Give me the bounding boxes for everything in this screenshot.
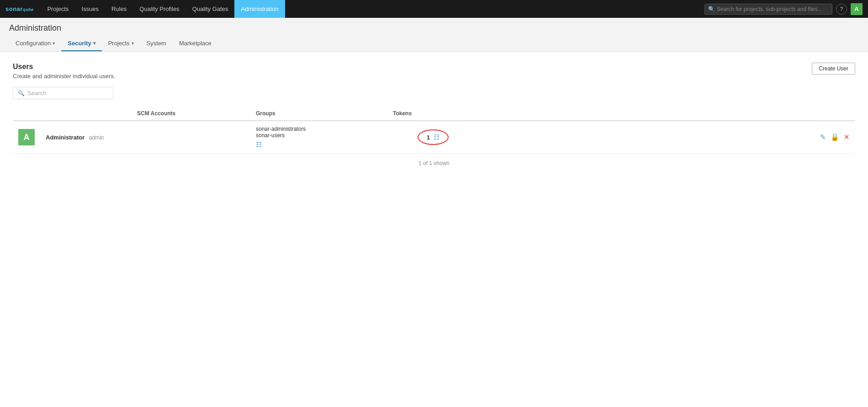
- chevron-down-icon: ▾: [53, 41, 55, 46]
- user-search-input[interactable]: [27, 90, 108, 96]
- search-icon-top: 🔍: [708, 6, 715, 12]
- subnav-marketplace[interactable]: Marketplace: [173, 36, 218, 51]
- lock-icon[interactable]: 🔒: [831, 133, 839, 141]
- logo[interactable]: sonarqube: [5, 5, 33, 12]
- tokens-list-icon[interactable]: ☷: [434, 133, 439, 141]
- nav-items: Projects Issues Rules Quality Profiles Q…: [41, 0, 704, 18]
- user-search-box: 🔍: [13, 87, 113, 99]
- col-avatar: [13, 107, 40, 121]
- search-wrapper: 🔍: [704, 4, 832, 15]
- table-row: A Administrator admin sonar-administrato…: [13, 121, 855, 154]
- subnav-configuration[interactable]: Configuration ▾: [9, 36, 61, 51]
- sub-nav: Configuration ▾ Security ▾ Projects ▾ Sy…: [9, 35, 859, 51]
- logo-text: sonarqube: [5, 5, 33, 12]
- user-avatar-top[interactable]: A: [851, 3, 863, 15]
- search-icon: 🔍: [18, 90, 25, 96]
- col-name: [40, 107, 132, 121]
- main-content: Users Create and administer individual u…: [0, 52, 868, 184]
- users-title-block: Users Create and administer individual u…: [13, 63, 116, 80]
- token-wrapper: 1 ☷: [393, 129, 473, 145]
- subnav-projects[interactable]: Projects ▾: [102, 36, 140, 51]
- nav-item-administration[interactable]: Administration: [234, 0, 285, 18]
- sub-header: Administration Configuration ▾ Security …: [0, 18, 868, 52]
- user-actions-cell: ✎ 🔒 ✕: [479, 121, 855, 154]
- nav-item-issues[interactable]: Issues: [75, 0, 105, 18]
- users-title: Users: [13, 63, 116, 71]
- nav-item-projects[interactable]: Projects: [41, 0, 75, 18]
- help-button[interactable]: ?: [836, 4, 847, 15]
- subnav-security[interactable]: Security ▾: [61, 36, 101, 51]
- action-icons: ✎ 🔒 ✕: [484, 133, 850, 141]
- chevron-down-icon: ▾: [93, 41, 95, 46]
- token-count: 1: [427, 134, 430, 141]
- page-title: Administration: [9, 23, 859, 33]
- user-scm: [132, 121, 250, 154]
- user-groups: sonar-administrators sonar-users ☷: [250, 121, 387, 154]
- users-table: SCM Accounts Groups Tokens A Administrat…: [13, 107, 855, 154]
- delete-icon[interactable]: ✕: [844, 133, 850, 141]
- user-name: Administrator: [46, 134, 85, 141]
- group-tag-2: sonar-users: [256, 132, 382, 139]
- top-navigation: sonarqube Projects Issues Rules Quality …: [0, 0, 868, 18]
- page-title-bar: Administration: [9, 18, 859, 35]
- subnav-system[interactable]: System: [140, 36, 173, 51]
- edit-icon[interactable]: ✎: [820, 133, 826, 141]
- avatar: A: [18, 129, 35, 145]
- search-input[interactable]: [704, 4, 832, 15]
- nav-item-quality-gates[interactable]: Quality Gates: [186, 0, 235, 18]
- col-scm: SCM Accounts: [132, 107, 250, 121]
- nav-item-quality-profiles[interactable]: Quality Profiles: [133, 0, 185, 18]
- user-login: admin: [89, 134, 104, 141]
- group-tag-1: sonar-administrators: [256, 126, 382, 132]
- col-groups: Groups: [250, 107, 387, 121]
- col-actions: [479, 107, 855, 121]
- users-description: Create and administer individual users.: [13, 73, 116, 80]
- chevron-down-icon: ▾: [132, 41, 134, 46]
- create-user-button[interactable]: Create User: [812, 63, 855, 75]
- user-tokens-cell: 1 ☷: [387, 121, 479, 154]
- groups-list-icon[interactable]: ☷: [256, 140, 262, 148]
- user-avatar-cell: A: [13, 121, 40, 154]
- top-nav-right: 🔍 ? A: [704, 3, 863, 15]
- table-footer: 1 of 1 shown: [13, 154, 855, 173]
- users-header: Users Create and administer individual u…: [13, 63, 855, 80]
- col-tokens: Tokens: [387, 107, 479, 121]
- nav-item-rules[interactable]: Rules: [105, 0, 133, 18]
- token-circle: 1 ☷: [418, 129, 449, 145]
- user-name-cell: Administrator admin: [40, 121, 132, 154]
